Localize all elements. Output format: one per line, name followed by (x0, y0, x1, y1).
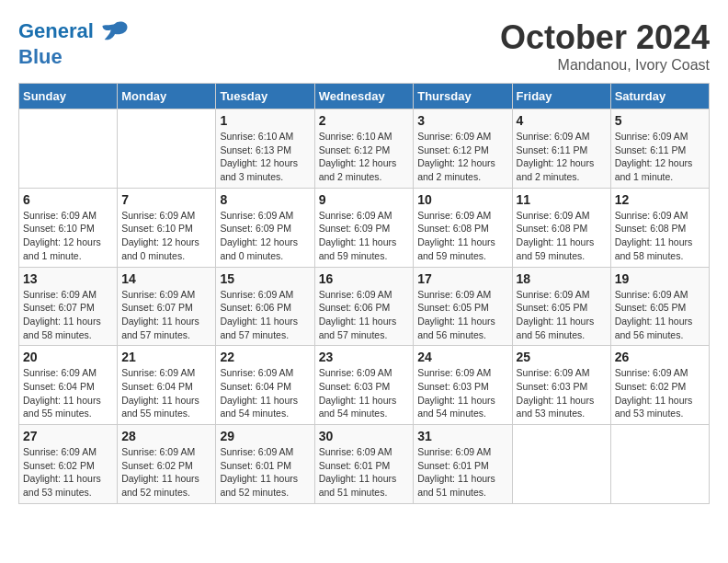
day-info: Sunrise: 6:09 AM Sunset: 6:01 PM Dayligh… (220, 445, 310, 500)
calendar-table: SundayMondayTuesdayWednesdayThursdayFrid… (18, 83, 710, 504)
day-info: Sunrise: 6:09 AM Sunset: 6:03 PM Dayligh… (417, 366, 507, 420)
day-number: 2 (319, 113, 410, 128)
day-number: 23 (319, 350, 410, 364)
column-header-thursday: Thursday (414, 84, 512, 109)
location-subtitle: Mandanou, Ivory Coast (500, 57, 710, 74)
title-block: October 2024 Mandanou, Ivory Coast (500, 18, 710, 74)
day-cell: 10Sunrise: 6:09 AM Sunset: 6:08 PM Dayli… (414, 188, 512, 267)
day-cell: 31Sunrise: 6:09 AM Sunset: 6:01 PM Dayli… (414, 425, 512, 504)
day-number: 12 (615, 192, 705, 207)
day-number: 5 (615, 113, 705, 128)
day-number: 24 (417, 350, 507, 364)
day-number: 19 (615, 271, 705, 286)
day-number: 14 (121, 271, 211, 286)
day-info: Sunrise: 6:09 AM Sunset: 6:07 PM Dayligh… (23, 288, 113, 342)
logo-text: General Blue (18, 18, 129, 68)
day-number: 21 (121, 350, 211, 364)
day-number: 31 (417, 429, 507, 443)
day-number: 25 (517, 350, 607, 364)
day-number: 20 (23, 350, 113, 364)
day-cell: 16Sunrise: 6:09 AM Sunset: 6:06 PM Dayli… (314, 267, 414, 346)
day-number: 17 (417, 271, 507, 286)
day-info: Sunrise: 6:09 AM Sunset: 6:09 PM Dayligh… (319, 209, 410, 263)
day-info: Sunrise: 6:09 AM Sunset: 6:05 PM Dayligh… (615, 288, 705, 342)
day-info: Sunrise: 6:09 AM Sunset: 6:06 PM Dayligh… (220, 288, 310, 342)
column-header-monday: Monday (118, 84, 216, 109)
day-info: Sunrise: 6:09 AM Sunset: 6:05 PM Dayligh… (517, 288, 607, 342)
day-info: Sunrise: 6:09 AM Sunset: 6:02 PM Dayligh… (23, 445, 113, 500)
day-cell: 19Sunrise: 6:09 AM Sunset: 6:05 PM Dayli… (610, 267, 709, 346)
day-info: Sunrise: 6:09 AM Sunset: 6:11 PM Dayligh… (517, 130, 607, 184)
day-number: 10 (417, 192, 507, 207)
day-info: Sunrise: 6:09 AM Sunset: 6:03 PM Dayligh… (319, 366, 410, 420)
day-cell: 6Sunrise: 6:09 AM Sunset: 6:10 PM Daylig… (19, 188, 118, 267)
day-cell: 7Sunrise: 6:09 AM Sunset: 6:10 PM Daylig… (118, 188, 216, 267)
day-info: Sunrise: 6:09 AM Sunset: 6:01 PM Dayligh… (319, 445, 410, 500)
day-cell: 29Sunrise: 6:09 AM Sunset: 6:01 PM Dayli… (216, 425, 314, 504)
day-number: 30 (319, 429, 410, 443)
day-info: Sunrise: 6:09 AM Sunset: 6:01 PM Dayligh… (417, 445, 507, 500)
day-cell: 8Sunrise: 6:09 AM Sunset: 6:09 PM Daylig… (216, 188, 314, 267)
day-number: 11 (517, 192, 607, 207)
month-title: October 2024 (500, 18, 710, 57)
day-cell: 27Sunrise: 6:09 AM Sunset: 6:02 PM Dayli… (19, 425, 118, 504)
day-cell: 28Sunrise: 6:09 AM Sunset: 6:02 PM Dayli… (118, 425, 216, 504)
day-cell (19, 109, 118, 189)
column-header-friday: Friday (512, 84, 610, 109)
day-cell: 2Sunrise: 6:10 AM Sunset: 6:12 PM Daylig… (314, 109, 414, 189)
week-row-5: 27Sunrise: 6:09 AM Sunset: 6:02 PM Dayli… (19, 425, 710, 504)
day-info: Sunrise: 6:09 AM Sunset: 6:02 PM Dayligh… (121, 445, 211, 500)
week-row-3: 13Sunrise: 6:09 AM Sunset: 6:07 PM Dayli… (19, 267, 710, 346)
day-number: 16 (319, 271, 410, 286)
day-cell: 5Sunrise: 6:09 AM Sunset: 6:11 PM Daylig… (610, 109, 709, 189)
day-info: Sunrise: 6:09 AM Sunset: 6:04 PM Dayligh… (220, 366, 310, 420)
day-cell: 18Sunrise: 6:09 AM Sunset: 6:05 PM Dayli… (512, 267, 610, 346)
day-info: Sunrise: 6:09 AM Sunset: 6:08 PM Dayligh… (417, 209, 507, 263)
day-number: 28 (121, 429, 211, 443)
week-row-1: 1Sunrise: 6:10 AM Sunset: 6:13 PM Daylig… (19, 109, 710, 189)
day-info: Sunrise: 6:09 AM Sunset: 6:06 PM Dayligh… (319, 288, 410, 342)
column-header-sunday: Sunday (19, 84, 118, 109)
day-cell: 26Sunrise: 6:09 AM Sunset: 6:02 PM Dayli… (610, 346, 709, 425)
day-info: Sunrise: 6:09 AM Sunset: 6:08 PM Dayligh… (615, 209, 705, 263)
day-cell: 30Sunrise: 6:09 AM Sunset: 6:01 PM Dayli… (314, 425, 414, 504)
column-header-wednesday: Wednesday (314, 84, 414, 109)
day-number: 29 (220, 429, 310, 443)
week-row-4: 20Sunrise: 6:09 AM Sunset: 6:04 PM Dayli… (19, 346, 710, 425)
day-number: 1 (220, 113, 310, 128)
day-number: 13 (23, 271, 113, 286)
day-cell: 23Sunrise: 6:09 AM Sunset: 6:03 PM Dayli… (314, 346, 414, 425)
day-cell: 1Sunrise: 6:10 AM Sunset: 6:13 PM Daylig… (216, 109, 314, 189)
day-cell: 25Sunrise: 6:09 AM Sunset: 6:03 PM Dayli… (512, 346, 610, 425)
day-number: 6 (23, 192, 113, 207)
logo: General Blue (18, 18, 129, 68)
day-number: 4 (517, 113, 607, 128)
day-cell: 17Sunrise: 6:09 AM Sunset: 6:05 PM Dayli… (414, 267, 512, 346)
column-header-saturday: Saturday (610, 84, 709, 109)
day-info: Sunrise: 6:09 AM Sunset: 6:10 PM Dayligh… (121, 209, 211, 263)
page-header: General Blue October 2024 Mandanou, Ivor… (18, 18, 710, 74)
day-info: Sunrise: 6:09 AM Sunset: 6:08 PM Dayligh… (517, 209, 607, 263)
day-info: Sunrise: 6:09 AM Sunset: 6:03 PM Dayligh… (517, 366, 607, 420)
day-number: 8 (220, 192, 310, 207)
day-cell (512, 425, 610, 504)
day-cell: 9Sunrise: 6:09 AM Sunset: 6:09 PM Daylig… (314, 188, 414, 267)
day-cell: 22Sunrise: 6:09 AM Sunset: 6:04 PM Dayli… (216, 346, 314, 425)
day-cell: 14Sunrise: 6:09 AM Sunset: 6:07 PM Dayli… (118, 267, 216, 346)
day-info: Sunrise: 6:09 AM Sunset: 6:02 PM Dayligh… (615, 366, 705, 420)
day-number: 18 (517, 271, 607, 286)
day-info: Sunrise: 6:09 AM Sunset: 6:09 PM Dayligh… (220, 209, 310, 263)
day-number: 15 (220, 271, 310, 286)
day-cell: 15Sunrise: 6:09 AM Sunset: 6:06 PM Dayli… (216, 267, 314, 346)
day-number: 3 (417, 113, 507, 128)
day-info: Sunrise: 6:09 AM Sunset: 6:10 PM Dayligh… (23, 209, 113, 263)
day-cell: 13Sunrise: 6:09 AM Sunset: 6:07 PM Dayli… (19, 267, 118, 346)
day-cell: 11Sunrise: 6:09 AM Sunset: 6:08 PM Dayli… (512, 188, 610, 267)
day-info: Sunrise: 6:09 AM Sunset: 6:04 PM Dayligh… (121, 366, 211, 420)
day-cell: 4Sunrise: 6:09 AM Sunset: 6:11 PM Daylig… (512, 109, 610, 189)
day-number: 7 (121, 192, 211, 207)
day-number: 22 (220, 350, 310, 364)
day-cell: 12Sunrise: 6:09 AM Sunset: 6:08 PM Dayli… (610, 188, 709, 267)
day-cell: 24Sunrise: 6:09 AM Sunset: 6:03 PM Dayli… (414, 346, 512, 425)
column-header-tuesday: Tuesday (216, 84, 314, 109)
